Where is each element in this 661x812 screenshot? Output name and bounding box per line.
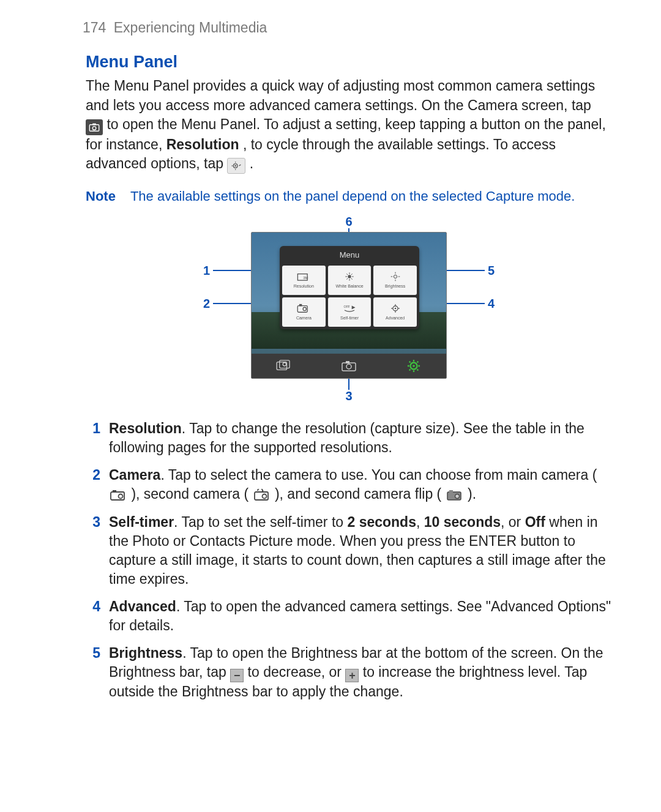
item-body: Resolution. Tap to change the resolution… bbox=[109, 419, 612, 457]
gear-icon bbox=[389, 303, 402, 314]
item-number: 4 bbox=[86, 597, 100, 635]
item-text: . Tap to open the advanced camera settin… bbox=[109, 598, 611, 633]
list-item: 3 Self-timer. Tap to set the self-timer … bbox=[86, 513, 612, 589]
svg-point-39 bbox=[413, 365, 415, 367]
note-text: The available settings on the panel depe… bbox=[130, 187, 575, 206]
item-number: 2 bbox=[86, 466, 100, 504]
plus-icon: + bbox=[345, 669, 359, 682]
second-camera-icon bbox=[253, 488, 271, 502]
item-text-c: ), and second camera flip ( bbox=[275, 486, 446, 502]
callout-1: 1 bbox=[203, 263, 210, 279]
note-row: Note The available settings on the panel… bbox=[86, 187, 612, 206]
item-title: Self-timer bbox=[109, 514, 174, 530]
intro-text-a: The Menu Panel provides a quick way of a… bbox=[86, 78, 595, 113]
list-item: 5 Brightness. Tap to open the Brightness… bbox=[86, 644, 612, 701]
menu-button-advanced[interactable]: Advanced bbox=[373, 297, 417, 327]
svg-rect-37 bbox=[346, 361, 349, 363]
svg-rect-2 bbox=[92, 123, 96, 125]
item-body: Brightness. Tap to open the Brightness b… bbox=[109, 644, 612, 701]
brightness-icon bbox=[389, 271, 402, 282]
figure: 6 1 2 5 4 3 Menu 3M Resolution White Bal… bbox=[208, 215, 490, 403]
menu-label: Advanced bbox=[386, 315, 405, 321]
svg-rect-50 bbox=[113, 490, 116, 493]
menu-button-resolution[interactable]: 3M Resolution bbox=[282, 266, 326, 295]
page-header: 174 Experiencing Multimedia bbox=[83, 18, 612, 37]
menu-button-white-balance[interactable]: White Balance bbox=[328, 266, 372, 295]
menu-button-brightness[interactable]: Brightness bbox=[373, 266, 417, 295]
svg-text:3M: 3M bbox=[303, 275, 308, 280]
advanced-gear-icon bbox=[227, 158, 245, 174]
svg-line-13 bbox=[351, 278, 353, 280]
minus-icon: − bbox=[230, 669, 244, 682]
numbered-list: 1 Resolution. Tap to change the resoluti… bbox=[86, 419, 612, 701]
gallery-icon[interactable] bbox=[276, 359, 292, 373]
menu-button-camera[interactable]: Camera bbox=[282, 297, 326, 327]
item-number: 1 bbox=[86, 419, 100, 457]
callout-2: 2 bbox=[203, 296, 210, 312]
menu-title: Menu bbox=[280, 246, 419, 263]
item-body: Advanced. Tap to open the advanced camer… bbox=[109, 597, 612, 635]
resolution-icon: 3M bbox=[297, 271, 310, 282]
svg-point-49 bbox=[119, 494, 123, 499]
camera-menu-icon bbox=[86, 119, 103, 135]
bottom-toolbar bbox=[252, 354, 446, 378]
item-text-a: . Tap to select the camera to use. You c… bbox=[160, 467, 597, 483]
svg-line-44 bbox=[409, 362, 411, 363]
bold-off: Off bbox=[525, 514, 545, 530]
svg-point-7 bbox=[348, 275, 351, 278]
menu-panel: Menu 3M Resolution White Balance Brightn… bbox=[280, 246, 419, 329]
list-item: 4 Advanced. Tap to open the advanced cam… bbox=[86, 597, 612, 635]
menu-label: Self-timer bbox=[340, 315, 359, 321]
chapter-title: Experiencing Multimedia bbox=[114, 20, 267, 35]
list-item: 2 Camera. Tap to select the camera to us… bbox=[86, 466, 612, 504]
item-text-d: ). bbox=[468, 486, 476, 502]
white-balance-icon bbox=[343, 271, 356, 282]
svg-line-15 bbox=[351, 274, 353, 275]
menu-button-self-timer[interactable]: OFF Self-timer bbox=[328, 297, 372, 327]
svg-point-36 bbox=[346, 364, 351, 369]
svg-point-34 bbox=[283, 363, 286, 366]
item-title: Advanced bbox=[109, 598, 176, 614]
callout-3: 3 bbox=[345, 388, 352, 404]
device-screen: Menu 3M Resolution White Balance Brightn… bbox=[251, 232, 447, 379]
item-title: Camera bbox=[109, 467, 160, 483]
svg-point-16 bbox=[394, 275, 397, 278]
svg-line-14 bbox=[346, 278, 348, 280]
svg-point-52 bbox=[262, 494, 266, 499]
svg-point-27 bbox=[394, 308, 396, 310]
second-camera-flip-icon bbox=[446, 488, 464, 502]
item-text-b: to decrease, or bbox=[248, 664, 346, 680]
svg-point-4 bbox=[235, 165, 237, 166]
item-text-a: . Tap to set the self-timer to bbox=[174, 514, 347, 530]
item-title: Brightness bbox=[109, 645, 182, 661]
svg-text:OFF: OFF bbox=[343, 305, 349, 308]
svg-point-1 bbox=[92, 126, 96, 130]
svg-rect-23 bbox=[299, 304, 302, 307]
callout-4: 4 bbox=[488, 296, 495, 312]
svg-line-45 bbox=[417, 370, 419, 371]
page-number: 174 bbox=[83, 20, 106, 35]
svg-line-47 bbox=[417, 362, 419, 363]
list-item: 1 Resolution. Tap to change the resoluti… bbox=[86, 419, 612, 457]
svg-line-46 bbox=[409, 370, 411, 371]
item-text-b: ), second camera ( bbox=[131, 486, 252, 502]
item-body: Self-timer. Tap to set the self-timer to… bbox=[109, 513, 612, 589]
settings-gear-icon[interactable] bbox=[406, 359, 422, 373]
main-camera-icon bbox=[109, 488, 127, 502]
svg-marker-25 bbox=[352, 306, 356, 310]
menu-label: Camera bbox=[296, 315, 312, 321]
callout-6: 6 bbox=[345, 214, 352, 230]
item-body: Camera. Tap to select the camera to use.… bbox=[109, 466, 612, 504]
mid2: , or bbox=[501, 514, 525, 530]
bold-2sec: 2 seconds bbox=[347, 514, 416, 530]
camera-toolbar-icon[interactable] bbox=[341, 359, 357, 373]
resolution-bold: Resolution bbox=[166, 136, 239, 152]
menu-grid: 3M Resolution White Balance Brightness C… bbox=[280, 263, 419, 329]
note-label: Note bbox=[86, 187, 116, 206]
item-title: Resolution bbox=[109, 420, 182, 436]
intro-text-d: . bbox=[250, 155, 253, 171]
svg-rect-56 bbox=[449, 490, 453, 493]
item-number: 3 bbox=[86, 513, 100, 589]
callout-5: 5 bbox=[488, 263, 495, 279]
menu-label: White Balance bbox=[335, 283, 363, 289]
